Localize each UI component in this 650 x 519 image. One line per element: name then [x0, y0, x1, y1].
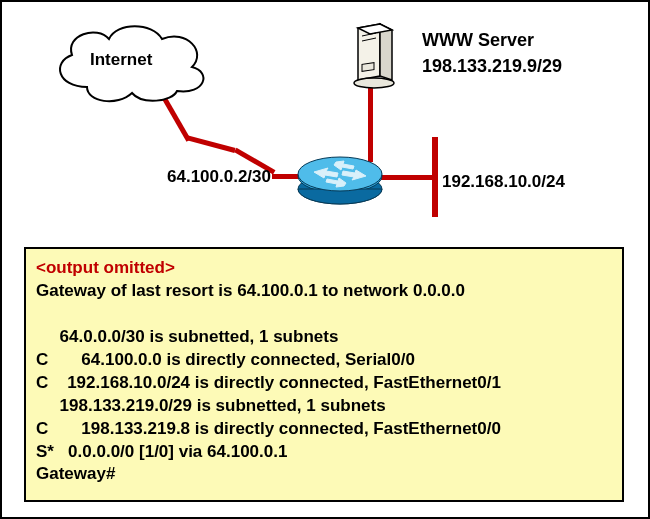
wan-ip-label: 64.100.0.2/30 — [167, 167, 271, 187]
server-ip: 198.133.219.9/29 — [422, 56, 562, 77]
route-198-subnetted: 198.133.219.0/29 is subnetted, 1 subnets — [36, 396, 386, 415]
link-wan-seg2 — [186, 135, 236, 153]
router-icon — [294, 152, 386, 211]
link-lan-v — [432, 137, 438, 217]
server-label: WWW Server — [422, 30, 534, 51]
server-icon — [350, 22, 398, 94]
prompt: Gateway# — [36, 464, 115, 483]
gateway-last-resort: Gateway of last resort is 64.100.0.1 to … — [36, 281, 465, 300]
route-64-subnetted: 64.0.0.0/30 is subnetted, 1 subnets — [36, 327, 338, 346]
network-diagram: Internet WWW Server 198.133.219.9/29 — [2, 2, 648, 242]
routing-table-output: <output omitted> Gateway of last resort … — [24, 247, 624, 502]
route-192-connected: C 192.168.10.0/24 is directly connected,… — [36, 373, 501, 392]
svg-point-6 — [354, 78, 394, 88]
route-64-connected: C 64.100.0.0 is directly connected, Seri… — [36, 350, 415, 369]
internet-label: Internet — [90, 50, 152, 70]
route-198-connected: C 198.133.219.8 is directly connected, F… — [36, 419, 501, 438]
route-default: S* 0.0.0.0/0 [1/0] via 64.100.0.1 — [36, 442, 287, 461]
figure-frame: Internet WWW Server 198.133.219.9/29 — [0, 0, 650, 519]
link-lan-h — [380, 175, 435, 180]
output-omitted: <output omitted> — [36, 258, 175, 277]
link-server — [368, 82, 373, 162]
svg-rect-5 — [362, 63, 374, 72]
lan-net-label: 192.168.10.0/24 — [442, 172, 565, 192]
